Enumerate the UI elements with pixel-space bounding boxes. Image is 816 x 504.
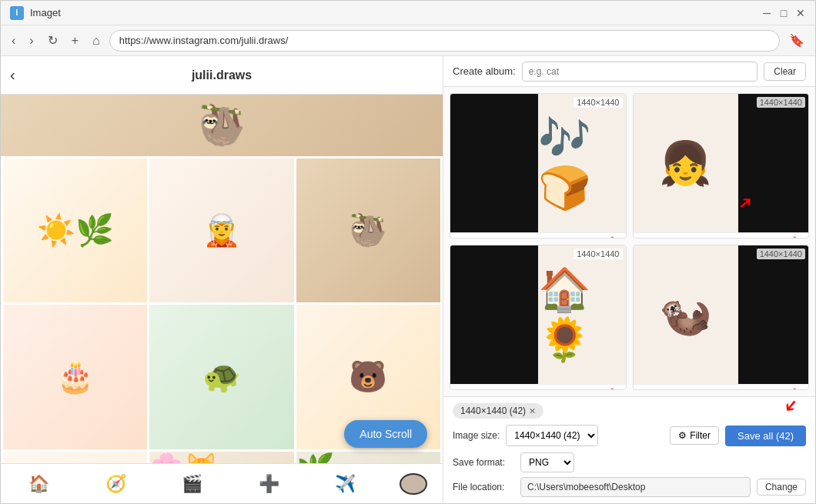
card-footer-2: 452232508_753850713428958_388 ✏️ [634,232,809,239]
change-button[interactable]: Change [757,479,806,496]
card-footer-3: img_003 ✏️ [450,384,626,390]
address-bar[interactable] [109,30,780,52]
bottom-controls: 1440×1440 (42) ✕ Image size: 1440×1440 (… [443,396,815,503]
image-card-1: 🎶🍞 1440×1440 450960918_10214325828958465… [450,93,627,239]
feed-header: ‹ julii.draws [1,56,443,95]
title-bar: I Imaget ─ □ ✕ [1,1,815,25]
edit-icon-3[interactable]: ✏️ [610,388,621,390]
card-illus-left-4: 🦦 [634,245,739,384]
images-area: 🎶🍞 1440×1440 450960918_10214325828958465… [443,87,815,396]
card-black-left-3 [450,245,538,384]
left-panel: ‹ julii.draws 🦥 ☀️🌿 🧝 🦥 [1,56,443,503]
filename-1: 450960918_10214325828958465_74 [455,238,607,239]
edit-icon-2[interactable]: ✏️ [792,236,804,239]
bottom-nav: 🏠 🧭 🎬 ➕ ✈️ [1,463,443,503]
card-footer-4: img_004 ✏️ [634,384,809,390]
card-top-4: 🦦 1440×1440 [634,245,809,384]
feed-scroll[interactable]: 🦥 ☀️🌿 🧝 🦥 🎂 [1,95,443,463]
grid-item[interactable]: 🐢 [149,305,293,449]
main-content: ‹ julii.draws 🦥 ☀️🌿 🧝 🦥 [1,56,815,503]
tag-remove-button[interactable]: ✕ [529,406,536,416]
feed-back-button[interactable]: ‹ [10,66,15,84]
refresh-button[interactable]: ↻ [43,30,62,51]
image-card-4: 🦦 1440×1440 img_004 ✏️ Save [633,245,810,390]
card-dimension-3: 1440×1440 [574,249,622,259]
grid-item[interactable]: 🌸🐱 [149,452,293,463]
filter-button[interactable]: ⚙ Filter [670,426,719,445]
nav-home-icon[interactable]: 🏠 [16,471,62,497]
back-button[interactable]: ‹ [7,31,20,51]
image-size-group: Image size: 1440×1440 (42) [453,425,598,446]
filter-icon: ⚙ [678,430,687,441]
card-image-2: 👧 [634,94,809,232]
card-black-left-1 [450,94,538,232]
clear-button[interactable]: Clear [764,62,806,81]
card-top-1: 🎶🍞 1440×1440 [450,94,626,232]
nav-profile-icon[interactable] [400,473,427,495]
window-controls: ─ □ ✕ [761,8,806,18]
grid-item[interactable]: 🎂 [3,305,147,449]
location-label: File location: [453,482,514,492]
card-illus-left-2: 👧 [634,94,739,232]
edit-icon-1[interactable]: ✏️ [610,236,621,239]
browser-toolbar: ‹ › ↻ + ⌂ 🔖 [1,25,815,56]
feed-top-image: 🦥 [1,95,443,156]
minimize-button[interactable]: ─ [761,8,772,18]
image-size-label: Image size: [453,430,500,441]
card-dimension-2: 1440×1440 [757,97,805,108]
image-card-3: 🏠🌻 1440×1440 img_003 ✏️ Save [450,245,627,390]
filename-3: img_003 [455,389,607,391]
right-header: Create album: Clear [443,56,815,87]
filter-save-row: Image size: 1440×1440 (42) ⚙ Filter Save… [453,425,806,446]
home-button[interactable]: ⌂ [88,31,105,51]
image-grid: ☀️🌿 🧝 🦥 🎂 🐢 🐻 [1,156,443,463]
tag-label: 1440×1440 (42) [460,406,526,416]
card-black-right-4 [738,245,808,384]
grid-item[interactable]: ☀️🌿 [3,159,147,302]
forward-button[interactable]: › [25,31,38,51]
window-title: Imaget [30,7,761,18]
filename-2: 452232508_753850713428958_388 [638,238,790,239]
album-input[interactable] [522,62,758,82]
card-top-3: 🏠🌻 1440×1440 [450,245,626,384]
card-image-4: 🦦 [634,245,809,384]
card-dimension-4: 1440×1440 [757,249,805,259]
maximize-button[interactable]: □ [778,8,789,18]
grid-item[interactable]: 🌿 [296,452,440,463]
save-all-button[interactable]: Save all (42) [725,426,806,446]
grid-item[interactable]: 🦥 [296,159,440,302]
card-image-3: 🏠🌻 [450,245,626,384]
grid-item[interactable]: 🧝 [149,159,293,302]
card-illus-right-3: 🏠🌻 [538,245,626,384]
right-panel: Create album: Clear 🎶🍞 1440×14 [443,56,815,503]
tag-chip: 1440×1440 (42) ✕ [453,403,543,419]
auto-scroll-button[interactable]: Auto Scroll [344,420,427,448]
location-input[interactable] [520,477,751,497]
filename-4: img_004 [638,389,790,391]
nav-add-icon[interactable]: ➕ [246,471,292,497]
image-size-select[interactable]: 1440×1440 (42) [506,425,598,446]
card-dimension-1: 1440×1440 [574,97,622,108]
card-illus-right-1: 🎶🍞 [538,94,626,232]
action-buttons: ⚙ Filter Save all (42) ➔ [670,426,806,446]
feed-title: julii.draws [13,68,430,82]
edit-icon-4[interactable]: ✏️ [792,388,804,390]
new-tab-button[interactable]: + [67,31,83,51]
card-footer-1: 450960918_10214325828958465_74 ✏️ [450,232,626,239]
album-label: Create album: [453,65,516,77]
card-top-2: 👧 1440×1440 [634,94,809,232]
nav-reels-icon[interactable]: 🎬 [169,471,215,497]
app-icon: I [10,6,24,20]
nav-explore-icon[interactable]: 🧭 [93,471,139,497]
format-label: Save format: [453,457,514,468]
tag-row: 1440×1440 (42) ✕ [453,403,806,419]
nav-send-icon[interactable]: ✈️ [323,471,368,497]
card-black-right-2 [738,94,808,232]
filter-label: Filter [690,430,711,441]
bookmark-button[interactable]: 🔖 [784,30,809,51]
close-button[interactable]: ✕ [795,8,806,18]
format-row: Save format: PNG [453,452,806,472]
grid-item[interactable]: 🌼 [3,452,147,463]
format-select[interactable]: PNG [520,452,574,472]
image-card-2: 👧 1440×1440 452232508_753850713428958_38… [633,93,810,239]
